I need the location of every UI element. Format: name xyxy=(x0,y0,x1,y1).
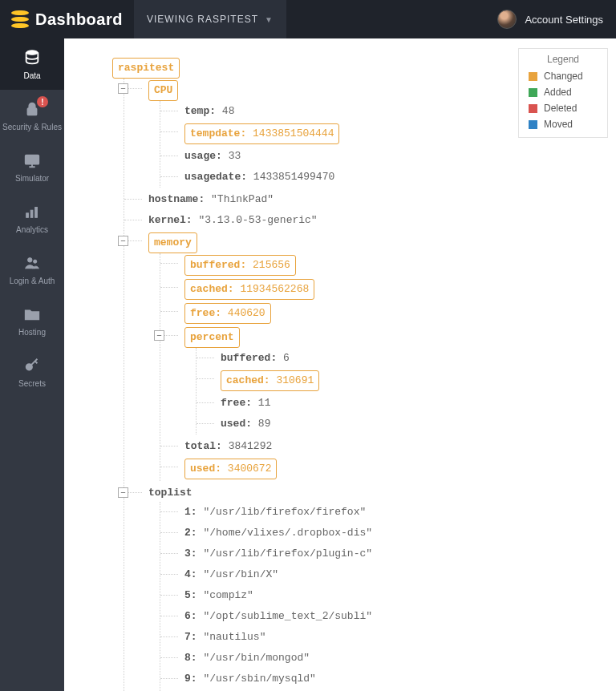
tree-leaf[interactable]: hostname: ThinkPad xyxy=(134,189,592,210)
tree-leaf[interactable]: 4: /usr/bin/X xyxy=(170,564,592,585)
tree-key: 6: xyxy=(184,610,197,622)
tree-value: 310691 xyxy=(276,374,314,386)
svg-point-6 xyxy=(28,257,33,262)
database-icon xyxy=(23,49,41,67)
tree-value: ThinkPad xyxy=(211,193,274,205)
tree-value: 89 xyxy=(258,418,271,430)
tree-leaf[interactable]: 8: /usr/bin/mongod xyxy=(170,648,592,669)
users-icon xyxy=(23,254,41,272)
tree-key: 9: xyxy=(184,673,197,685)
tree-key: percent xyxy=(190,331,234,343)
nav-secrets[interactable]: Secrets xyxy=(0,346,64,398)
nav-hosting[interactable]: Hosting xyxy=(0,295,64,346)
svg-rect-5 xyxy=(35,207,38,217)
tree-leaf[interactable]: kernel: 3.13.0-53-generic xyxy=(134,210,592,231)
svg-rect-1 xyxy=(28,108,37,115)
tree-value: /usr/sbin/mysqld xyxy=(203,673,315,685)
tree-leaf[interactable]: total: 3841292 xyxy=(170,436,592,457)
collapse-icon[interactable]: − xyxy=(118,236,128,246)
svg-rect-2 xyxy=(26,155,39,164)
tree-leaf[interactable]: buffered: 6 xyxy=(206,348,592,369)
svg-point-7 xyxy=(34,260,37,263)
logo[interactable]: Dashboard xyxy=(0,0,134,38)
tree-leaf[interactable]: 1: /usr/lib/firefox/firefox xyxy=(170,502,592,523)
tree-value: /home/vlixes/.dropbox-dis xyxy=(203,527,372,539)
tree-leaf[interactable]: usage: 33 xyxy=(170,146,592,167)
account-label: Account Settings xyxy=(525,14,603,26)
app-title: Dashboard xyxy=(35,10,123,29)
tree-key: 2: xyxy=(184,527,197,539)
tree-node-cpu[interactable]: − CPU temp: 48 tempdate: 1433851504444 u… xyxy=(134,79,592,189)
tree-value: nautilus xyxy=(203,631,265,643)
tree-value: 3841292 xyxy=(229,440,273,452)
alert-badge: ! xyxy=(37,96,48,107)
main-panel: Legend Changed Added Deleted Moved raspi… xyxy=(64,38,616,691)
tree-key: CPU xyxy=(154,84,172,96)
tree-value: 33 xyxy=(229,150,241,162)
viewing-label: VIEWING RASPITEST xyxy=(147,14,258,25)
nav-security-rules[interactable]: ! Security & Rules xyxy=(0,90,64,141)
tree-leaf[interactable]: buffered: 215656 xyxy=(170,253,592,277)
tree-value: /usr/bin/X xyxy=(203,568,278,580)
tree-leaf[interactable]: 3: /usr/lib/firefox/plugin-c xyxy=(170,544,592,564)
tree-key: toplist xyxy=(148,487,192,499)
tree-leaf[interactable]: 2: /home/vlixes/.dropbox-dis xyxy=(170,523,592,544)
tree-leaf[interactable]: 7: nautilus xyxy=(170,627,592,648)
monitor-icon xyxy=(23,152,41,169)
tree-leaf[interactable]: used: 3400672 xyxy=(170,457,592,481)
svg-rect-3 xyxy=(26,212,29,217)
data-tree: raspitest − CPU temp: 48 tempdate: 14338… xyxy=(104,56,592,691)
nav-label: Hosting xyxy=(18,328,46,337)
tree-leaf[interactable]: usagedate: 1433851499470 xyxy=(170,167,592,188)
tree-value: 3.13.0-53-generic xyxy=(198,214,317,226)
tree-key: raspitest xyxy=(118,62,174,74)
tree-leaf[interactable]: 5: compiz xyxy=(170,585,592,606)
chevron-down-icon: ▼ xyxy=(265,15,274,24)
tree-value: 215656 xyxy=(253,259,290,271)
collapse-icon[interactable]: − xyxy=(154,330,164,341)
tree-key: 8: xyxy=(184,652,197,664)
key-icon xyxy=(23,357,41,374)
tree-value: 48 xyxy=(222,105,235,117)
tree-leaf[interactable]: cached: 11934562268 xyxy=(170,277,592,301)
tree-key: 7: xyxy=(184,631,197,643)
tree-leaf[interactable]: free: 440620 xyxy=(170,301,592,325)
collapse-icon[interactable]: − xyxy=(118,487,128,498)
tree-leaf[interactable]: free: 11 xyxy=(206,393,592,414)
tree-value: /usr/bin/mongod xyxy=(203,652,310,664)
tree-value: /usr/lib/firefox/plugin-c xyxy=(203,548,372,560)
nav-label: Security & Rules xyxy=(2,123,62,131)
tree-value: 3400672 xyxy=(228,463,272,475)
database-selector[interactable]: VIEWING RASPITEST ▼ xyxy=(134,0,286,38)
folder-icon xyxy=(23,305,41,323)
account-settings-link[interactable]: Account Settings xyxy=(484,0,616,38)
tree-leaf[interactable]: 9: /usr/sbin/mysqld xyxy=(170,669,592,689)
tree-value: /opt/sublime_text_2/subli xyxy=(203,610,372,622)
svg-point-0 xyxy=(26,50,38,55)
tree-leaf[interactable]: temp: 48 xyxy=(170,101,592,122)
tree-value: 1433851499470 xyxy=(253,171,334,183)
tree-node-memory[interactable]: − memory buffered: 215656 cached: 119345… xyxy=(134,231,592,483)
tree-value: 11 xyxy=(258,397,271,409)
tree-leaf[interactable]: 6: /opt/sublime_text_2/subli xyxy=(170,606,592,627)
tree-root[interactable]: raspitest − CPU temp: 48 tempdate: 14338… xyxy=(104,56,592,691)
tree-leaf[interactable]: used: 89 xyxy=(206,414,592,434)
nav-analytics[interactable]: Analytics xyxy=(0,192,64,244)
avatar xyxy=(497,10,517,29)
tree-node-percent[interactable]: − percent buffered: 6 cached: 310691 fre… xyxy=(170,325,592,436)
nav-label: Simulator xyxy=(15,174,49,183)
nav-data[interactable]: Data xyxy=(0,38,64,90)
tree-key: 1: xyxy=(184,506,197,518)
nav-simulator[interactable]: Simulator xyxy=(0,141,64,192)
collapse-icon[interactable]: − xyxy=(118,83,128,94)
tree-value: 1433851504444 xyxy=(253,127,334,139)
tree-leaf[interactable]: cached: 310691 xyxy=(206,369,592,393)
tree-key: 4: xyxy=(184,568,197,580)
nav-login-auth[interactable]: Login & Auth xyxy=(0,244,64,295)
nav-label: Login & Auth xyxy=(10,277,55,285)
tree-leaf[interactable]: tempdate: 1433851504444 xyxy=(170,122,592,146)
tree-node-toplist[interactable]: − toplist 1: /usr/lib/firefox/firefox2: … xyxy=(134,483,592,691)
top-bar: Dashboard VIEWING RASPITEST ▼ Account Se… xyxy=(0,0,616,38)
left-nav: Data ! Security & Rules Simulator Analyt… xyxy=(0,38,64,691)
svg-rect-4 xyxy=(30,210,33,217)
